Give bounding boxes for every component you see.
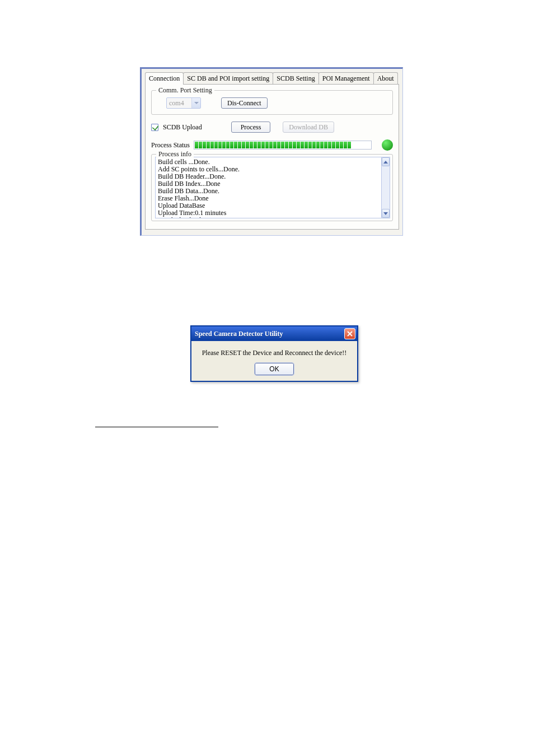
scroll-down-button[interactable] xyxy=(382,209,390,218)
download-db-button[interactable]: Download DB xyxy=(283,122,334,133)
dialog-close-button[interactable] xyxy=(344,328,355,339)
chevron-down-icon xyxy=(194,102,199,104)
process-info-group: Process info Build cells ...Done. Add SC… xyxy=(151,154,393,221)
tab-poi-management[interactable]: POI Management xyxy=(318,72,374,84)
comm-port-legend: Comm. Port Setting xyxy=(156,86,214,95)
tab-scdb-poi-import[interactable]: SC DB and POI import setting xyxy=(183,72,273,84)
tab-connection[interactable]: Connection xyxy=(145,72,184,85)
dialog-message: Please RESET the Device and Reconnect th… xyxy=(197,349,352,357)
process-status-label: Process Status xyxy=(151,141,190,150)
process-info-scrollbar[interactable] xyxy=(381,157,390,218)
chevron-up-icon xyxy=(383,161,388,164)
section-underline xyxy=(95,427,218,427)
scroll-up-button[interactable] xyxy=(382,157,390,166)
dialog-ok-button[interactable]: OK xyxy=(255,363,294,375)
app-window: Connection SC DB and POI import setting … xyxy=(140,67,403,236)
tab-bar: Connection SC DB and POI import setting … xyxy=(142,69,402,84)
scdb-upload-checkbox[interactable] xyxy=(151,124,158,131)
chevron-down-icon xyxy=(383,212,388,215)
dialog-titlebar: Speed Camera Detector Utility xyxy=(191,326,357,341)
connection-panel: Comm. Port Setting com4 Dis-Connect SCDB… xyxy=(145,84,399,230)
reset-device-dialog: Speed Camera Detector Utility Please RES… xyxy=(190,325,358,382)
scdb-upload-label: SCDB Upload xyxy=(163,123,202,132)
process-button[interactable]: Process xyxy=(231,122,271,133)
com-port-value: com4 xyxy=(167,99,191,108)
process-info-legend: Process info xyxy=(156,150,194,158)
tab-about[interactable]: About xyxy=(373,72,398,84)
process-info-text: Build cells ...Done. Add SC points to ce… xyxy=(155,157,382,218)
com-port-dropdown-btn[interactable] xyxy=(191,98,200,108)
disconnect-button[interactable]: Dis-Connect xyxy=(221,97,268,109)
comm-port-group: Comm. Port Setting com4 Dis-Connect xyxy=(151,90,393,115)
log-line: Finished uploading SCDB Data xyxy=(158,217,379,218)
tab-scdb-setting[interactable]: SCDB Setting xyxy=(273,72,318,84)
com-port-select[interactable]: com4 xyxy=(166,97,201,109)
status-indicator-icon xyxy=(382,139,393,151)
dialog-title: Speed Camera Detector Utility xyxy=(195,330,283,338)
process-status-progress xyxy=(194,141,372,150)
close-icon xyxy=(347,331,353,337)
